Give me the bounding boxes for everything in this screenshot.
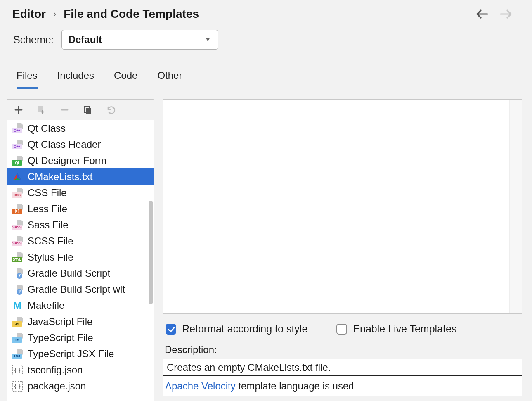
file-icon: Qt (11, 155, 24, 166)
scheme-value: Default (69, 34, 102, 45)
template-item[interactable]: ?Gradle Build Script wit (7, 281, 154, 297)
chevron-right-icon: › (53, 9, 56, 19)
template-item[interactable]: CMakeLists.txt (7, 168, 154, 185)
add-from-template-button (36, 104, 47, 116)
template-list-panel: C++Qt ClassC++Qt Class HeaderQtQt Design… (7, 99, 154, 401)
template-item[interactable]: SASSSass File (7, 217, 154, 233)
checkbox-icon (336, 324, 347, 335)
scrollbar-thumb[interactable] (149, 201, 153, 304)
velocity-link[interactable]: Apache Velocity (165, 380, 236, 392)
template-item[interactable]: TSXTypeScript JSX File (7, 346, 154, 362)
template-item-label: package.json (28, 380, 86, 392)
scrollbar[interactable] (148, 120, 154, 401)
template-item-label: Qt Designer Form (28, 155, 106, 166)
remove-button (59, 104, 71, 116)
scheme-label: Scheme: (13, 34, 54, 46)
description-help-rest: template language is used (236, 380, 354, 392)
live-templates-label: Enable Live Templates (353, 323, 456, 335)
file-icon: CSS (11, 187, 24, 198)
back-button[interactable] (476, 9, 488, 19)
template-item[interactable]: { }package.json (7, 378, 154, 394)
unknown-file-icon: ? (11, 284, 24, 295)
template-item[interactable]: C++Qt Class (7, 120, 154, 136)
template-item[interactable]: { }tsconfig.json (7, 362, 154, 378)
template-item-label: Sass File (28, 219, 69, 231)
file-icon: TSX (11, 349, 24, 359)
tab-files[interactable]: Files (17, 70, 38, 89)
checkbox-icon (166, 324, 176, 335)
template-item-label: Less File (28, 203, 67, 215)
description-help: Apache Velocity template language is use… (163, 376, 522, 396)
reformat-label: Reformat according to style (182, 323, 307, 335)
template-item-label: CMakeLists.txt (28, 171, 92, 183)
template-item-label: Makefile (28, 300, 64, 311)
svg-rect-2 (86, 108, 91, 114)
breadcrumb-root[interactable]: Editor (12, 7, 46, 21)
template-item[interactable]: SASSSCSS File (7, 233, 154, 249)
template-list[interactable]: C++Qt ClassC++Qt Class HeaderQtQt Design… (7, 120, 154, 401)
template-item[interactable]: QtQt Designer Form (7, 152, 154, 168)
add-button[interactable] (13, 104, 24, 116)
live-templates-checkbox[interactable]: Enable Live Templates (336, 323, 456, 335)
template-item-label: TypeScript JSX File (28, 348, 114, 360)
template-item[interactable]: JSJavaScript File (7, 313, 154, 330)
template-item-label: Gradle Build Script (28, 268, 110, 279)
template-editor[interactable] (163, 99, 522, 314)
description-text[interactable]: Creates an empty CMakeLists.txt file. (163, 359, 522, 376)
file-icon: TS (11, 332, 24, 343)
template-item-label: Gradle Build Script wit (28, 284, 125, 295)
file-icon: STYL (11, 252, 24, 263)
template-item-label: SCSS File (28, 235, 73, 247)
file-icon: C++ (11, 139, 24, 150)
json-icon: { } (11, 365, 24, 375)
template-item-label: Qt Class (28, 123, 66, 134)
makefile-icon: M (11, 300, 24, 311)
template-item-label: TypeScript File (28, 332, 93, 344)
template-item-label: CSS File (28, 187, 67, 199)
cmake-icon (11, 171, 24, 182)
scheme-select[interactable]: Default ▼ (61, 30, 218, 50)
tab-includes[interactable]: Includes (57, 70, 94, 89)
template-item-label: JavaScript File (28, 316, 92, 327)
template-item[interactable]: STYLStylus File (7, 249, 154, 265)
template-item[interactable]: TSTypeScript File (7, 330, 154, 346)
reformat-checkbox[interactable]: Reformat according to style (166, 323, 307, 335)
file-icon: C++ (11, 123, 24, 134)
template-item[interactable]: ?Gradle Build Script (7, 265, 154, 281)
editor-gutter (509, 100, 522, 313)
copy-button[interactable] (82, 104, 94, 116)
template-item[interactable]: {L}Less File (7, 201, 154, 217)
tabs: FilesIncludesCodeOther (0, 59, 532, 89)
breadcrumb-page: File and Code Templates (64, 7, 199, 21)
description-label: Description: (163, 338, 522, 359)
file-icon: {L} (11, 204, 24, 214)
file-icon: SASS (11, 236, 24, 247)
file-icon: SASS (11, 220, 24, 230)
reset-button (105, 104, 117, 116)
tab-other[interactable]: Other (157, 70, 182, 89)
template-toolbar (7, 100, 154, 120)
file-icon: JS (11, 316, 24, 327)
json-icon: { } (11, 381, 24, 392)
breadcrumb: Editor › File and Code Templates (12, 7, 199, 21)
template-item[interactable]: MMakefile (7, 297, 154, 313)
tab-code[interactable]: Code (114, 70, 137, 89)
template-item-label: Stylus File (28, 252, 73, 263)
template-item-label: Qt Class Header (28, 139, 101, 150)
forward-button (500, 9, 512, 19)
chevron-down-icon: ▼ (205, 36, 211, 43)
template-item[interactable]: CSSCSS File (7, 185, 154, 201)
template-item-label: tsconfig.json (28, 364, 83, 376)
unknown-file-icon: ? (11, 268, 24, 279)
template-item[interactable]: C++Qt Class Header (7, 136, 154, 152)
